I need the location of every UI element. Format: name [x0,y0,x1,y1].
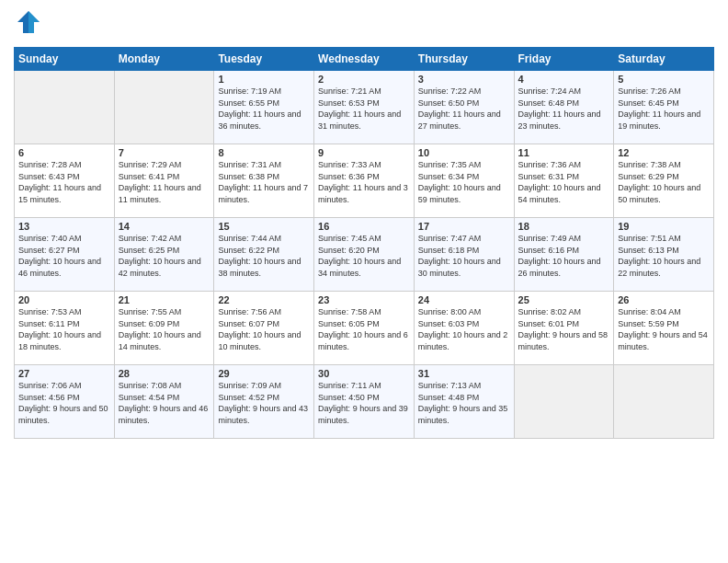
week-row-4: 20Sunrise: 7:53 AM Sunset: 6:11 PM Dayli… [15,292,714,365]
day-cell: 24Sunrise: 8:00 AM Sunset: 6:03 PM Dayli… [414,292,514,365]
day-info: Sunrise: 7:49 AM Sunset: 6:16 PM Dayligh… [518,233,610,279]
day-info: Sunrise: 8:04 AM Sunset: 5:59 PM Dayligh… [618,306,710,352]
day-number: 23 [318,294,410,305]
day-cell: 31Sunrise: 7:13 AM Sunset: 4:48 PM Dayli… [414,365,514,439]
day-number: 16 [318,221,410,232]
col-header-thursday: Thursday [414,48,514,71]
logo-icon [16,9,41,35]
day-number: 17 [418,221,510,232]
day-cell: 7Sunrise: 7:29 AM Sunset: 6:41 PM Daylig… [114,144,214,218]
day-cell [114,71,214,144]
day-number: 12 [618,147,710,158]
day-cell: 2Sunrise: 7:21 AM Sunset: 6:53 PM Daylig… [314,71,415,144]
day-info: Sunrise: 7:19 AM Sunset: 6:55 PM Dayligh… [218,86,310,132]
day-info: Sunrise: 7:29 AM Sunset: 6:41 PM Dayligh… [119,159,210,205]
day-info: Sunrise: 7:58 AM Sunset: 6:05 PM Dayligh… [318,306,410,352]
day-info: Sunrise: 7:33 AM Sunset: 6:36 PM Dayligh… [318,159,410,205]
col-header-tuesday: Tuesday [214,48,314,71]
day-number: 6 [18,147,110,158]
day-number: 11 [518,147,610,158]
day-cell: 8Sunrise: 7:31 AM Sunset: 6:38 PM Daylig… [214,144,314,218]
header [14,9,714,40]
logo-text [14,9,41,40]
day-cell: 23Sunrise: 7:58 AM Sunset: 6:05 PM Dayli… [314,292,415,365]
day-cell: 16Sunrise: 7:45 AM Sunset: 6:20 PM Dayli… [314,218,415,292]
day-cell: 18Sunrise: 7:49 AM Sunset: 6:16 PM Dayli… [514,218,614,292]
day-cell: 3Sunrise: 7:22 AM Sunset: 6:50 PM Daylig… [414,71,514,144]
day-info: Sunrise: 7:06 AM Sunset: 4:56 PM Dayligh… [18,380,110,426]
day-cell: 20Sunrise: 7:53 AM Sunset: 6:11 PM Dayli… [15,292,115,365]
day-info: Sunrise: 7:28 AM Sunset: 6:43 PM Dayligh… [18,159,110,205]
day-number: 13 [18,221,110,232]
day-number: 30 [318,368,410,379]
day-info: Sunrise: 7:11 AM Sunset: 4:50 PM Dayligh… [318,380,410,426]
day-info: Sunrise: 7:36 AM Sunset: 6:31 PM Dayligh… [518,159,610,205]
day-number: 21 [119,294,210,305]
day-number: 28 [119,368,210,379]
day-number: 15 [218,221,310,232]
day-cell: 29Sunrise: 7:09 AM Sunset: 4:52 PM Dayli… [214,365,314,439]
day-info: Sunrise: 7:40 AM Sunset: 6:27 PM Dayligh… [18,233,110,279]
day-number: 29 [218,368,310,379]
day-info: Sunrise: 7:42 AM Sunset: 6:25 PM Dayligh… [119,233,210,279]
day-cell: 25Sunrise: 8:02 AM Sunset: 6:01 PM Dayli… [514,292,614,365]
day-info: Sunrise: 8:02 AM Sunset: 6:01 PM Dayligh… [518,306,610,352]
day-cell: 19Sunrise: 7:51 AM Sunset: 6:13 PM Dayli… [614,218,714,292]
logo [14,9,41,40]
day-number: 10 [418,147,510,158]
day-info: Sunrise: 7:56 AM Sunset: 6:07 PM Dayligh… [218,306,310,352]
day-cell: 21Sunrise: 7:55 AM Sunset: 6:09 PM Dayli… [114,292,214,365]
calendar-page: SundayMondayTuesdayWednesdayThursdayFrid… [0,0,728,563]
day-number: 7 [119,147,210,158]
day-info: Sunrise: 7:51 AM Sunset: 6:13 PM Dayligh… [618,233,710,279]
col-header-wednesday: Wednesday [314,48,415,71]
svg-marker-1 [28,11,40,33]
day-cell: 13Sunrise: 7:40 AM Sunset: 6:27 PM Dayli… [15,218,115,292]
col-header-friday: Friday [514,48,614,71]
day-number: 25 [518,294,610,305]
day-cell: 10Sunrise: 7:35 AM Sunset: 6:34 PM Dayli… [414,144,514,218]
day-cell: 14Sunrise: 7:42 AM Sunset: 6:25 PM Dayli… [114,218,214,292]
day-number: 24 [418,294,510,305]
day-info: Sunrise: 7:21 AM Sunset: 6:53 PM Dayligh… [318,86,410,132]
day-info: Sunrise: 7:45 AM Sunset: 6:20 PM Dayligh… [318,233,410,279]
header-row: SundayMondayTuesdayWednesdayThursdayFrid… [15,48,714,71]
day-cell: 4Sunrise: 7:24 AM Sunset: 6:48 PM Daylig… [514,71,614,144]
day-number: 1 [218,74,310,85]
day-info: Sunrise: 7:55 AM Sunset: 6:09 PM Dayligh… [119,306,210,352]
day-cell: 1Sunrise: 7:19 AM Sunset: 6:55 PM Daylig… [214,71,314,144]
col-header-sunday: Sunday [15,48,115,71]
week-row-3: 13Sunrise: 7:40 AM Sunset: 6:27 PM Dayli… [15,218,714,292]
day-number: 5 [618,74,710,85]
day-info: Sunrise: 7:24 AM Sunset: 6:48 PM Dayligh… [518,86,610,132]
day-info: Sunrise: 7:53 AM Sunset: 6:11 PM Dayligh… [18,306,110,352]
day-number: 27 [18,368,110,379]
day-cell: 17Sunrise: 7:47 AM Sunset: 6:18 PM Dayli… [414,218,514,292]
day-cell: 15Sunrise: 7:44 AM Sunset: 6:22 PM Dayli… [214,218,314,292]
day-cell: 30Sunrise: 7:11 AM Sunset: 4:50 PM Dayli… [314,365,415,439]
day-info: Sunrise: 7:26 AM Sunset: 6:45 PM Dayligh… [618,86,710,132]
day-cell: 27Sunrise: 7:06 AM Sunset: 4:56 PM Dayli… [15,365,115,439]
day-cell: 22Sunrise: 7:56 AM Sunset: 6:07 PM Dayli… [214,292,314,365]
day-cell: 11Sunrise: 7:36 AM Sunset: 6:31 PM Dayli… [514,144,614,218]
day-cell [15,71,115,144]
day-number: 26 [618,294,710,305]
week-row-5: 27Sunrise: 7:06 AM Sunset: 4:56 PM Dayli… [15,365,714,439]
day-number: 8 [218,147,310,158]
day-info: Sunrise: 7:35 AM Sunset: 6:34 PM Dayligh… [418,159,510,205]
day-info: Sunrise: 7:09 AM Sunset: 4:52 PM Dayligh… [218,380,310,426]
day-cell [614,365,714,439]
day-number: 20 [18,294,110,305]
day-info: Sunrise: 7:13 AM Sunset: 4:48 PM Dayligh… [418,380,510,426]
col-header-monday: Monday [114,48,214,71]
day-number: 31 [418,368,510,379]
calendar-table: SundayMondayTuesdayWednesdayThursdayFrid… [14,47,714,439]
day-cell: 26Sunrise: 8:04 AM Sunset: 5:59 PM Dayli… [614,292,714,365]
day-number: 22 [218,294,310,305]
day-cell [514,365,614,439]
day-info: Sunrise: 7:08 AM Sunset: 4:54 PM Dayligh… [119,380,210,426]
day-info: Sunrise: 7:44 AM Sunset: 6:22 PM Dayligh… [218,233,310,279]
week-row-2: 6Sunrise: 7:28 AM Sunset: 6:43 PM Daylig… [15,144,714,218]
day-number: 4 [518,74,610,85]
day-cell: 5Sunrise: 7:26 AM Sunset: 6:45 PM Daylig… [614,71,714,144]
